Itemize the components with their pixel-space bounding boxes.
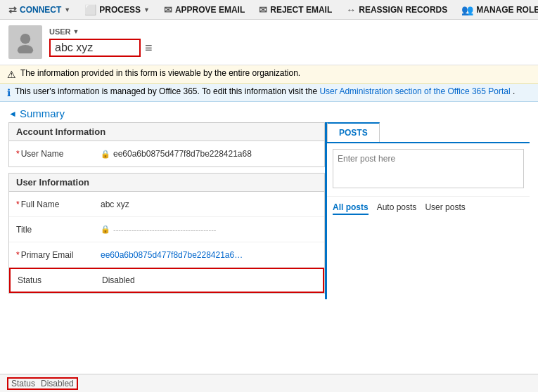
title-label: Title xyxy=(16,225,101,235)
reassign-records-button[interactable]: ↔ REASSIGN RECORDS xyxy=(340,0,453,19)
approve-email-button[interactable]: ✉ APPROVE EMAIL xyxy=(158,0,250,19)
username-text: ee60a6b0875d477f8d7be228421a68 xyxy=(113,149,252,159)
info-text: This user's information is managed by Of… xyxy=(15,86,319,96)
warning-icon: ⚠ xyxy=(7,69,16,80)
posts-tabs: POSTS xyxy=(327,122,530,143)
summary-label: Summary xyxy=(20,107,65,119)
info-text-container: This user's information is managed by Of… xyxy=(15,86,515,96)
username-row: User Name 🔒 ee60a6b0875d477f8d7be228421a… xyxy=(9,141,324,166)
reassign-records-icon: ↔ xyxy=(346,4,356,15)
list-icon[interactable]: ≡ xyxy=(145,41,153,55)
account-section-title: Account Information xyxy=(16,126,105,137)
bottom-status-label: Status xyxy=(11,379,35,388)
bottom-status-value: Disabled xyxy=(41,379,74,388)
process-dropdown-arrow: ▼ xyxy=(143,6,150,13)
reassign-records-label: REASSIGN RECORDS xyxy=(359,5,447,15)
manage-roles-label: MANAGE ROLES xyxy=(476,5,538,15)
left-panel: Account Information User Name 🔒 ee60a6b0… xyxy=(8,122,325,299)
name-input[interactable] xyxy=(49,39,141,57)
approve-email-label: APPROVE EMAIL xyxy=(175,5,245,15)
username-value: 🔒 ee60a6b0875d477f8d7be228421a68 xyxy=(101,149,252,159)
info-text2: . xyxy=(513,86,515,96)
filter-all-posts[interactable]: All posts xyxy=(333,202,369,215)
fullname-value: abc xyz xyxy=(101,200,129,209)
bottom-status: Status Disabled xyxy=(0,374,538,392)
user-label-text: USER xyxy=(49,27,71,36)
user-type-label[interactable]: USER ▼ xyxy=(49,27,153,36)
lock-icon-title: 🔒 xyxy=(101,225,110,234)
status-highlight: Status Disabled xyxy=(7,377,78,390)
process-label: PROCESS xyxy=(99,5,141,15)
status-value: Disabled xyxy=(102,275,135,285)
title-value: 🔒 --------------------------------------… xyxy=(101,225,217,234)
reject-email-label: REJECT EMAIL xyxy=(270,5,332,15)
connect-icon: ⇄ xyxy=(8,4,17,15)
reject-email-button[interactable]: ✉ REJECT EMAIL xyxy=(253,0,338,19)
post-input-area xyxy=(327,143,530,196)
lock-icon-username: 🔒 xyxy=(101,150,110,159)
user-dropdown-arrow: ▼ xyxy=(73,28,79,35)
process-button[interactable]: ⬜ PROCESS ▼ xyxy=(79,0,155,19)
filter-auto-posts[interactable]: Auto posts xyxy=(377,202,417,215)
filter-user-posts[interactable]: User posts xyxy=(425,202,465,215)
email-label: Primary Email xyxy=(16,250,101,260)
title-row: Title 🔒 --------------------------------… xyxy=(9,217,324,242)
header-right: USER ▼ ≡ xyxy=(49,27,153,57)
info-notice: ℹ This user's information is managed by … xyxy=(0,84,538,102)
info-link[interactable]: User Administration section of the Offic… xyxy=(319,86,510,96)
post-filters: All posts Auto posts User posts xyxy=(327,196,530,221)
warning-text: The information provided in this form is… xyxy=(20,68,300,78)
svg-point-1 xyxy=(18,45,33,53)
toolbar: ⇄ CONNECT ▼ ⬜ PROCESS ▼ ✉ APPROVE EMAIL … xyxy=(0,0,538,20)
avatar-silhouette xyxy=(14,31,37,53)
name-field-row: ≡ xyxy=(49,39,153,57)
title-dashes: ---------------------------------------- xyxy=(113,226,217,234)
warning-notice: ⚠ The information provided in this form … xyxy=(0,65,538,84)
username-label: User Name xyxy=(16,149,101,159)
posts-tab-label: POSTS xyxy=(339,128,368,138)
avatar xyxy=(8,25,42,59)
email-value[interactable]: ee60a6b0875d477f8d7be228421a6… xyxy=(101,250,243,260)
svg-point-0 xyxy=(20,34,30,44)
posts-tab[interactable]: POSTS xyxy=(327,122,380,142)
status-row: Status Disabled xyxy=(9,268,324,293)
user-section: User Information Full Name abc xyz Title… xyxy=(8,173,325,294)
summary-arrow: ◄ xyxy=(8,109,17,119)
email-row: Primary Email ee60a6b0875d477f8d7be22842… xyxy=(9,242,324,268)
header-area: USER ▼ ≡ xyxy=(0,20,538,65)
post-textarea[interactable] xyxy=(333,149,524,188)
process-icon: ⬜ xyxy=(84,4,96,15)
fullname-row: Full Name abc xyz xyxy=(9,192,324,217)
manage-roles-button[interactable]: 👥 MANAGE ROLES xyxy=(456,0,538,19)
account-section: Account Information User Name 🔒 ee60a6b0… xyxy=(8,122,325,167)
user-section-title: User Information xyxy=(16,177,89,188)
approve-email-icon: ✉ xyxy=(164,4,172,15)
status-label: Status xyxy=(18,275,102,285)
manage-roles-icon: 👥 xyxy=(461,4,473,15)
connect-button[interactable]: ⇄ CONNECT ▼ xyxy=(3,0,76,19)
main-content: Account Information User Name 🔒 ee60a6b0… xyxy=(0,122,538,299)
right-panel: POSTS All posts Auto posts User posts xyxy=(325,122,530,299)
notice-bars: ⚠ The information provided in this form … xyxy=(0,65,538,102)
account-section-header: Account Information xyxy=(9,123,324,141)
info-icon: ℹ xyxy=(7,87,11,98)
user-section-header: User Information xyxy=(9,174,324,192)
connect-dropdown-arrow: ▼ xyxy=(64,6,70,13)
connect-label: CONNECT xyxy=(20,5,61,15)
fullname-label: Full Name xyxy=(16,200,101,209)
reject-email-icon: ✉ xyxy=(259,4,267,15)
summary-header: ◄ Summary xyxy=(0,102,538,122)
